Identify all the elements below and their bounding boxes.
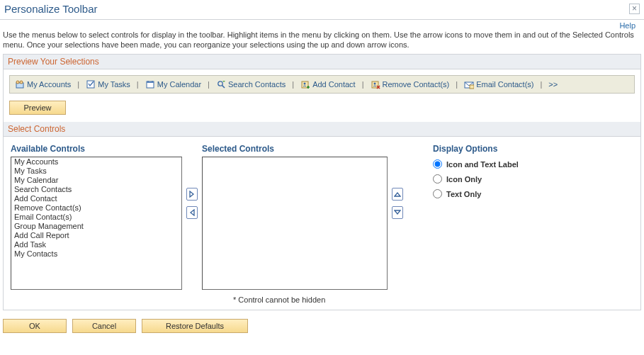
list-item[interactable]: My Calendar <box>11 176 181 185</box>
display-options-column: Display Options Icon and Text LabelIcon … <box>407 144 519 201</box>
move-right-icon[interactable] <box>186 188 198 201</box>
move-arrow-column <box>182 144 202 219</box>
display-option-0[interactable]: Icon and Text Label <box>433 157 519 171</box>
list-item[interactable]: Remove Contact(s) <box>11 203 181 213</box>
toolbar-item-search[interactable]: Search Contacts <box>213 77 289 91</box>
calendar-icon <box>145 79 155 89</box>
description-text: Use the menus below to select controls f… <box>0 30 644 54</box>
help-link[interactable]: Help <box>619 21 635 30</box>
toolbar-separator: | <box>454 80 459 89</box>
preview-toolbar: My Accounts|My Tasks|My Calendar|Search … <box>9 75 635 94</box>
tasks-icon <box>86 79 96 89</box>
selected-column: Selected Controls <box>202 144 388 290</box>
move-down-icon[interactable] <box>392 206 403 219</box>
toolbar-item-tasks[interactable]: My Tasks <box>82 77 134 91</box>
preview-button[interactable]: Preview <box>9 101 66 115</box>
remove-contact-icon <box>371 79 380 89</box>
list-item[interactable]: Add Contact <box>11 194 181 203</box>
toolbar-separator: | <box>206 80 211 89</box>
display-option-radio[interactable] <box>433 174 442 184</box>
main-panel: Preview Your Selections My Accounts|My T… <box>3 54 641 310</box>
hidden-control-footnote: * Control cannot be hidden <box>11 290 633 304</box>
display-option-label: Icon and Text Label <box>446 160 519 169</box>
window-title: Personalize Toolbar <box>4 3 97 15</box>
toolbar-item-label: My Accounts <box>27 80 71 89</box>
move-left-icon[interactable] <box>186 206 198 219</box>
display-options-group: Icon and Text LabelIcon OnlyText Only <box>433 157 519 201</box>
toolbar-item-label: My Tasks <box>98 80 130 89</box>
add-contact-icon <box>300 79 310 89</box>
select-section-body: Available Controls My AccountsMy TasksMy… <box>4 137 640 310</box>
toolbar-item-calendar[interactable]: My Calendar <box>142 77 205 91</box>
list-item[interactable]: Group Management <box>11 222 181 231</box>
toolbar-item-label: Search Contacts <box>228 80 286 89</box>
display-options-heading: Display Options <box>433 144 519 154</box>
titlebar: Personalize Toolbar × <box>0 0 644 20</box>
available-column: Available Controls My AccountsMy TasksMy… <box>11 144 182 290</box>
toolbar-item-label: Email Contact(s) <box>476 80 533 89</box>
dialog-button-row: OK Cancel Restore Defaults <box>0 315 644 339</box>
close-icon[interactable]: × <box>629 4 640 14</box>
toolbar-item-accounts[interactable]: My Accounts <box>11 77 74 91</box>
toolbar-item-add-contact[interactable]: Add Contact <box>297 77 359 91</box>
display-option-radio[interactable] <box>433 159 442 169</box>
display-option-radio[interactable] <box>433 189 442 198</box>
toolbar-item-email-contact[interactable]: Email Contact(s) <box>461 77 537 91</box>
preview-section-body: My Accounts|My Tasks|My Calendar|Search … <box>4 69 640 122</box>
toolbar-item-remove-contact[interactable]: Remove Contact(s) <box>367 77 453 91</box>
move-up-icon[interactable] <box>392 188 403 201</box>
selected-controls-list[interactable] <box>202 157 388 290</box>
toolbar-separator: | <box>290 80 295 89</box>
toolbar-more-button[interactable]: >> <box>545 78 561 91</box>
list-item[interactable]: Add Call Report <box>11 231 181 240</box>
search-icon <box>216 79 226 89</box>
restore-defaults-button[interactable]: Restore Defaults <box>142 319 248 333</box>
toolbar-item-label: Add Contact <box>312 80 356 89</box>
list-item[interactable]: Email Contact(s) <box>11 213 181 222</box>
list-item[interactable]: My Contacts <box>11 249 181 259</box>
preview-button-row: Preview <box>9 101 635 115</box>
list-item[interactable]: My Accounts <box>11 157 181 167</box>
reorder-arrow-column <box>388 144 407 219</box>
toolbar-separator: | <box>538 80 543 89</box>
toolbar-separator: | <box>361 80 366 89</box>
cancel-button[interactable]: Cancel <box>72 319 136 333</box>
toolbar-separator: | <box>76 80 81 89</box>
accounts-icon <box>15 79 25 89</box>
select-section-heading: Select Controls <box>4 122 640 137</box>
email-contact-icon <box>464 79 474 89</box>
selected-heading: Selected Controls <box>202 144 388 154</box>
personalize-toolbar-window: Personalize Toolbar × Help Use the menus… <box>0 0 644 339</box>
list-item[interactable]: Add Task <box>11 240 181 249</box>
toolbar-item-label: Remove Contact(s) <box>383 80 450 89</box>
list-item[interactable]: Search Contacts <box>11 185 181 194</box>
select-columns: Available Controls My AccountsMy TasksMy… <box>11 144 633 290</box>
available-heading: Available Controls <box>11 144 182 154</box>
toolbar-item-label: My Calendar <box>157 80 201 89</box>
display-option-label: Icon Only <box>446 175 482 184</box>
preview-section-heading: Preview Your Selections <box>4 55 640 69</box>
toolbar-separator: | <box>135 80 140 89</box>
ok-button[interactable]: OK <box>3 319 67 333</box>
available-controls-list[interactable]: My AccountsMy TasksMy CalendarSearch Con… <box>11 157 182 290</box>
display-option-label: Text Only <box>446 190 481 198</box>
list-item[interactable]: My Tasks <box>11 167 181 176</box>
help-row: Help <box>0 20 644 30</box>
display-option-2[interactable]: Text Only <box>433 186 519 201</box>
display-option-1[interactable]: Icon Only <box>433 171 519 186</box>
